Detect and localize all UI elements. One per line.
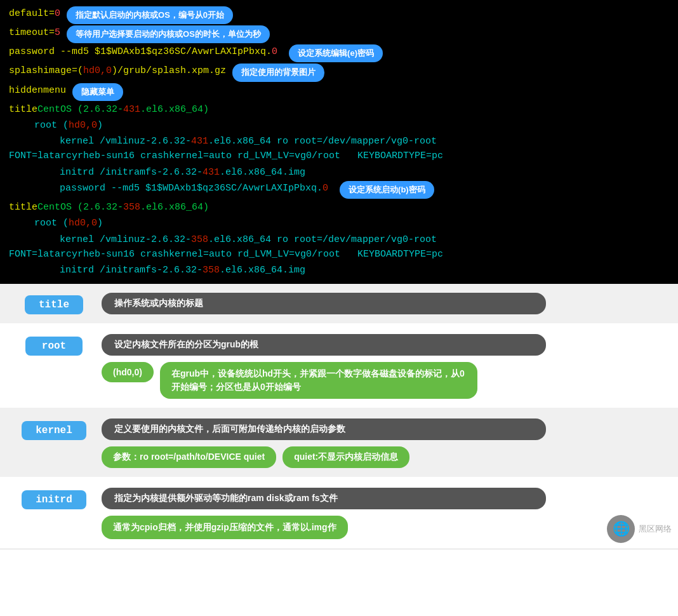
title2-suffix: .el6.x86_64) — [140, 200, 209, 215]
title2-name: CentOS (2.6.32- — [37, 200, 123, 215]
explain-right-root: 设定内核文件所在的分区为grub的根 (hd0,0) 在grub中，设备统统以h… — [102, 334, 678, 399]
desc-row-kernel-params: 参数：ro root=/path/to/DEVICE quiet quiet:不… — [102, 446, 665, 468]
code-line-timeout: timeout=5 等待用户选择要启动的内核或OS的时长，单位为秒 — [9, 25, 669, 43]
password2-end: 0 — [322, 181, 328, 196]
code-line-kernel1: kernel /vmlinuz-2.6.32-431.el6.x86_64 ro… — [9, 134, 669, 149]
bubble-hiddenmenu: 隐藏菜单 — [72, 83, 123, 101]
bubble-password1: 设定系统编辑(e)密码 — [289, 44, 383, 62]
code-line-kernel1b: FONT=latarcyrheb-sun16 crashkernel=auto … — [9, 149, 669, 163]
code-line-root2: root (hd0,0) — [9, 216, 669, 231]
keyword-badge-kernel: kernel — [22, 421, 86, 440]
kernel2-prefix: kernel /vmlinuz-2.6.32- — [60, 232, 191, 247]
title1-name: CentOS (2.6.32- — [37, 102, 123, 117]
explain-right-initrd: 指定为内核提供额外驱动等功能的ram disk或ram fs文件 通常为cpio… — [102, 488, 678, 539]
initrd1-num: 431 — [203, 165, 220, 180]
default-keyword: default= — [9, 6, 55, 21]
password1-text: password --md5 $1$WDAxb1$qz36SC/AvwrLAXI… — [9, 44, 272, 59]
code-line-kernel2: kernel /vmlinuz-2.6.32-358.el6.x86_64 ro… — [9, 232, 669, 247]
hd-pill: (hd0,0) — [102, 362, 154, 382]
kernel-param-desc-pill: quiet:不显示内核启动信息 — [282, 446, 409, 468]
bubble-timeout: 等待用户选择要启动的内核或OS的时长，单位为秒 — [67, 25, 270, 43]
desc-initrd: 指定为内核提供额外驱动等功能的ram disk或ram fs文件 — [102, 488, 546, 509]
desc-root: 设定内核文件所在的分区为grub的根 — [102, 334, 546, 356]
code-line-default: default=0 指定默认启动的内核或OS，编号从0开始 — [9, 6, 669, 24]
kernel2b-text: FONT=latarcyrheb-sun16 crashkernel=auto … — [9, 247, 443, 262]
initrd1-prefix: initrd /initramfs-2.6.32- — [60, 165, 203, 180]
root2-prefix: root ( — [34, 216, 69, 231]
splashimage-prefix: splashimage=( — [9, 64, 83, 78]
splashimage-suffix: )/grub/splash.xpm.gz — [112, 64, 226, 78]
root1-suffix: ) — [97, 118, 103, 133]
initrd2-num: 358 — [203, 263, 220, 278]
kernel1-suffix: .el6.x86_64 ro root=/dev/mapper/vg0-root — [208, 134, 437, 149]
code-line-kernel2b: FONT=latarcyrheb-sun16 crashkernel=auto … — [9, 247, 669, 262]
keyword-badge-initrd: initrd — [22, 490, 86, 509]
password1-end: 0 — [272, 44, 277, 59]
splashimage-hd: hd0,0 — [83, 64, 112, 78]
title2-num: 358 — [123, 200, 140, 215]
code-line-password2: password --md5 $1$WDAxb1$qz36SC/AvwrLAXI… — [9, 181, 669, 199]
explain-section: title 操作系统或内核的标题 root 设定内核文件所在的分区为grub的根… — [0, 284, 678, 550]
kernel2-suffix: .el6.x86_64 ro root=/dev/mapper/vg0-root — [208, 232, 437, 247]
watermark-text: 黑区网络 — [639, 523, 672, 535]
kernel-param-pill: 参数：ro root=/path/to/DEVICE quiet — [102, 446, 276, 468]
explain-right-title: 操作系统或内核的标题 — [102, 293, 678, 314]
root1-prefix: root ( — [34, 118, 69, 133]
kernel2-num: 358 — [191, 232, 208, 247]
code-line-hiddenmenu: hiddenmenu 隐藏菜单 — [9, 83, 669, 101]
default-value: 0 — [55, 6, 60, 21]
explain-left-kernel: kernel — [0, 418, 102, 440]
code-line-initrd2: initrd /initramfs-2.6.32-358.el6.x86_64.… — [9, 263, 669, 278]
title1-keyword: title — [9, 102, 37, 117]
explain-row-title: title 操作系统或内核的标题 — [0, 284, 678, 325]
keyword-badge-root: root — [25, 337, 83, 356]
timeout-value: 5 — [55, 25, 60, 40]
title1-num: 431 — [123, 102, 140, 117]
bubble-default: 指定默认启动的内核或OS，编号从0开始 — [67, 6, 233, 24]
root1-hd: hd0,0 — [69, 118, 97, 133]
desc-row-root-hd: (hd0,0) 在grub中，设备统统以hd开头，并紧跟一个数字做各磁盘设备的标… — [102, 362, 665, 399]
initrd2-prefix: initrd /initramfs-2.6.32- — [60, 263, 203, 278]
explain-row-initrd: initrd 指定为内核提供额外驱动等功能的ram disk或ram fs文件 … — [0, 479, 678, 550]
explain-left-initrd: initrd — [0, 488, 102, 509]
kernel1-num: 431 — [191, 134, 208, 149]
kernel1-prefix: kernel /vmlinuz-2.6.32- — [60, 134, 191, 149]
bubble-password2: 设定系统启动(b)密码 — [340, 181, 434, 199]
desc-row-initrd-detail: 通常为cpio归档，并使用gzip压缩的文件，通常以.img作 — [102, 516, 665, 539]
code-line-splashimage: splashimage=(hd0,0)/grub/splash.xpm.gz 指… — [9, 64, 669, 81]
code-line-title2: title CentOS (2.6.32-358.el6.x86_64) — [9, 200, 669, 215]
title1-suffix: .el6.x86_64) — [140, 102, 209, 117]
title2-keyword: title — [9, 200, 37, 215]
explain-right-kernel: 定义要使用的内核文件，后面可附加传递给内核的启动参数 参数：ro root=/p… — [102, 418, 678, 468]
timeout-keyword: timeout= — [9, 25, 55, 40]
code-line-title1: title CentOS (2.6.32-431.el6.x86_64) — [9, 102, 669, 117]
code-line-initrd1: initrd /initramfs-2.6.32-431.el6.x86_64.… — [9, 165, 669, 180]
explain-row-kernel: kernel 定义要使用的内核文件，后面可附加传递给内核的启动参数 参数：ro … — [0, 410, 678, 479]
hiddenmenu-text: hiddenmenu — [9, 83, 66, 98]
kernel1b-text: FONT=latarcyrheb-sun16 crashkernel=auto … — [9, 149, 443, 163]
initrd-detail-pill: 通常为cpio归档，并使用gzip压缩的文件，通常以.img作 — [102, 516, 348, 539]
initrd1-suffix: .el6.x86_64.img — [220, 165, 305, 180]
watermark: 🌐 黑区网络 — [607, 515, 672, 543]
explain-left-title: title — [0, 293, 102, 314]
root2-hd: hd0,0 — [69, 216, 97, 231]
desc-kernel: 定义要使用的内核文件，后面可附加传递给内核的启动参数 — [102, 418, 546, 440]
initrd2-suffix: .el6.x86_64.img — [220, 263, 305, 278]
bubble-splashimage: 指定使用的背景图片 — [232, 64, 324, 81]
hd-desc-pill: 在grub中，设备统统以hd开头，并紧跟一个数字做各磁盘设备的标记，从0开始编号… — [160, 362, 477, 399]
explain-row-root: root 设定内核文件所在的分区为grub的根 (hd0,0) 在grub中，设… — [0, 325, 678, 410]
explain-left-root: root — [0, 334, 102, 356]
keyword-badge-title: title — [25, 295, 83, 314]
watermark-circle: 🌐 — [607, 515, 635, 543]
password2-text: password --md5 $1$WDAxb1$qz36SC/AvwrLAXI… — [60, 181, 322, 196]
code-section: default=0 指定默认启动的内核或OS，编号从0开始 timeout=5 … — [0, 0, 678, 284]
code-line-root1: root (hd0,0) — [9, 118, 669, 133]
root2-suffix: ) — [97, 216, 103, 231]
code-line-password1: password --md5 $1$WDAxb1$qz36SC/AvwrLAXI… — [9, 44, 669, 62]
desc-title: 操作系统或内核的标题 — [102, 293, 546, 314]
